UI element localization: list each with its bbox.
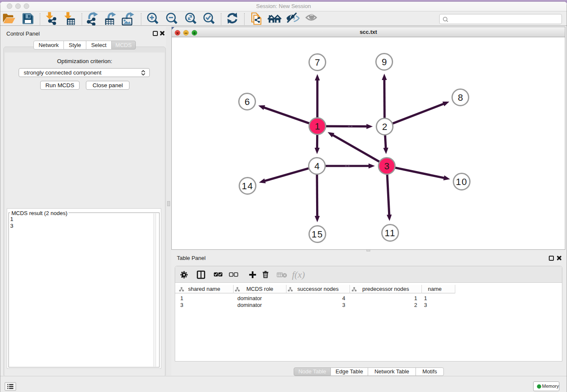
svg-text:8: 8 — [458, 92, 463, 103]
svg-text:3: 3 — [384, 161, 389, 171]
svg-text:4: 4 — [314, 161, 319, 171]
svg-text:15: 15 — [311, 229, 323, 240]
svg-text:2: 2 — [382, 121, 387, 132]
svg-text:11: 11 — [385, 228, 396, 238]
svg-text:14: 14 — [242, 181, 253, 191]
svg-text:1: 1 — [315, 121, 320, 132]
svg-text:6: 6 — [245, 97, 250, 107]
svg-text:7: 7 — [315, 57, 320, 68]
svg-text:9: 9 — [382, 57, 387, 67]
svg-text:10: 10 — [456, 177, 467, 187]
